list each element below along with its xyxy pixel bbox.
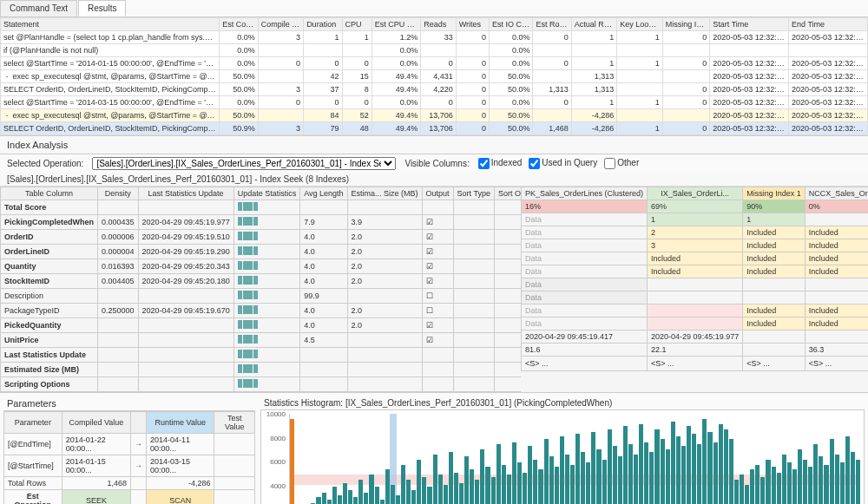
bar-chart-icon[interactable] bbox=[238, 217, 259, 226]
col-header[interactable]: End Time bbox=[789, 18, 868, 31]
index-subheader: [Sales].[OrderLines].[IX_Sales_OrderLine… bbox=[0, 173, 868, 187]
parameters-pane: Parameters ParameterCompiled ValueRuntim… bbox=[3, 396, 255, 504]
param-row[interactable]: [@StartTime]2014-01-15 00:00...→2014-03-… bbox=[4, 455, 255, 477]
col-header[interactable]: Estima... Size (MB) bbox=[347, 187, 422, 200]
index-score-row[interactable]: Data bbox=[522, 291, 869, 304]
bar-chart-icon[interactable] bbox=[238, 379, 259, 388]
col-header[interactable]: Duration bbox=[304, 18, 342, 31]
index-row[interactable]: Total Score bbox=[1, 200, 522, 215]
col-header[interactable]: Est Rows bbox=[533, 18, 571, 31]
statement-row[interactable]: select @StartTime = '2014-01-15 00:00:00… bbox=[1, 57, 868, 70]
cb-indexed[interactable]: Indexed bbox=[478, 158, 523, 169]
cb-used-in-query[interactable]: Used in Query bbox=[529, 158, 597, 169]
index-row[interactable]: PickedQuantity4.02.0☑ bbox=[1, 318, 522, 333]
col-header[interactable]: Last Statistics Update bbox=[138, 187, 233, 200]
col-header[interactable]: Reads bbox=[421, 18, 456, 31]
index-score-row[interactable]: DataIncludedIncluded bbox=[522, 317, 869, 331]
index-analysis-header: Index Analysis bbox=[0, 135, 868, 154]
col-header[interactable]: Compile Time bbox=[258, 18, 303, 31]
index-right-grid[interactable]: PK_Sales_OrderLines (Clustered)IX_Sales_… bbox=[521, 187, 868, 371]
bar-chart-icon[interactable] bbox=[238, 202, 259, 211]
index-score-row[interactable]: DataIncludedIncludedIncludedIncluded bbox=[522, 304, 869, 317]
bar-chart-icon[interactable] bbox=[238, 276, 259, 285]
col-header[interactable]: Est IO Cost % bbox=[490, 18, 533, 31]
param-row[interactable]: [@EndTime]2014-01-22 00:00...→2014-04-11… bbox=[4, 434, 255, 455]
index-row[interactable]: OrderID0.0000062020-04-29 09:45:19.5104.… bbox=[1, 230, 522, 245]
parameters-title: Parameters bbox=[3, 396, 255, 411]
index-row[interactable]: Quantity0.0163932020-04-29 09:45:20.3434… bbox=[1, 259, 522, 274]
index-row[interactable]: UnitPrice4.5☑ bbox=[1, 333, 522, 348]
statement-row[interactable]: select @StartTime = '2014-03-15 00:00:00… bbox=[1, 96, 868, 109]
param-col[interactable] bbox=[131, 412, 147, 434]
col-header[interactable]: Actual Rows bbox=[571, 18, 616, 31]
col-header[interactable]: Avg Length bbox=[300, 187, 347, 200]
bar-chart-icon[interactable] bbox=[238, 364, 259, 373]
col-header[interactable]: Sort Order bbox=[494, 187, 521, 200]
col-header[interactable]: Start Time bbox=[710, 18, 789, 31]
tab-results[interactable]: Results bbox=[78, 0, 126, 16]
bar-chart-icon[interactable] bbox=[238, 335, 259, 344]
col-header[interactable]: Writes bbox=[456, 18, 489, 31]
statement-row[interactable]: - exec sp_executesql @stmt, @params, @St… bbox=[1, 70, 868, 83]
index-row[interactable]: Estimated Size (MB) bbox=[1, 363, 522, 377]
bar-chart-icon[interactable] bbox=[238, 291, 259, 299]
selected-operation-row: Selected Operation: [Sales].[OrderLines]… bbox=[0, 154, 868, 173]
histogram-chart[interactable]: 1000080006000400020000 bbox=[260, 409, 865, 504]
col-header[interactable]: Sort Type bbox=[453, 187, 494, 200]
tab-command-text[interactable]: Command Text bbox=[0, 0, 77, 16]
index-score-row[interactable]: Data3IncludedIncludedIncludedIncluded bbox=[522, 239, 869, 252]
index-col-header[interactable]: NCCX_Sales_OrderLines (Columnstore) bbox=[805, 187, 868, 200]
index-score-row[interactable]: 16%69%90%0%59%37% bbox=[522, 200, 869, 213]
param-col[interactable]: Compiled Value bbox=[62, 412, 130, 434]
index-row[interactable]: Last Statistics Update bbox=[1, 348, 522, 363]
index-score-row[interactable]: 81.622.136.320.811.8 bbox=[522, 344, 869, 357]
col-header[interactable]: Statement bbox=[1, 18, 220, 31]
statement-row[interactable]: SELECT OrderID, OrderLineID, StockItemID… bbox=[1, 122, 868, 135]
col-header[interactable]: Est Cost % bbox=[220, 18, 258, 31]
parameters-grid[interactable]: ParameterCompiled ValueRuntime ValueTest… bbox=[3, 411, 255, 504]
index-row[interactable]: StockItemID0.0044052020-04-29 09:45:20.1… bbox=[1, 274, 522, 289]
col-header[interactable]: Density bbox=[98, 187, 139, 200]
param-col[interactable]: Runtime Value bbox=[147, 412, 214, 434]
index-col-header[interactable]: PK_Sales_OrderLines (Clustered) bbox=[522, 187, 648, 200]
param-col[interactable]: Test Value bbox=[214, 412, 255, 434]
bar-chart-icon[interactable] bbox=[238, 232, 259, 240]
col-header[interactable]: CPU bbox=[342, 18, 372, 31]
bar-chart-icon[interactable] bbox=[238, 246, 259, 255]
index-left-grid[interactable]: Table ColumnDensityLast Statistics Updat… bbox=[0, 187, 521, 392]
statement-row[interactable]: SELECT OrderID, OrderLineID, StockItemID… bbox=[1, 83, 868, 96]
index-row[interactable]: Scripting Options bbox=[1, 377, 522, 392]
statement-grid[interactable]: StatementEst Cost %Compile TimeDurationC… bbox=[0, 17, 868, 135]
index-score-row[interactable]: <S> ...<S> ...<S> ...<S> ...<S> ...<S> .… bbox=[522, 357, 869, 371]
index-row[interactable]: PackageTypeID0.2500002020-04-29 09:45:19… bbox=[1, 304, 522, 318]
bar-chart-icon[interactable] bbox=[238, 305, 259, 314]
index-row[interactable]: PickingCompletedWhen0.0004352020-04-29 0… bbox=[1, 215, 522, 230]
col-header[interactable]: Missing Ind... bbox=[662, 18, 709, 31]
bar-chart-icon[interactable] bbox=[238, 261, 259, 270]
index-grid: Table ColumnDensityLast Statistics Updat… bbox=[0, 187, 868, 392]
bar-chart-icon[interactable] bbox=[238, 320, 259, 329]
statement-row[interactable]: set @PlanHandle = (select top 1 cp.plan_… bbox=[1, 31, 868, 44]
col-header[interactable]: Update Statistics bbox=[233, 187, 300, 200]
index-col-header[interactable]: IX_Sales_OrderLi... bbox=[648, 187, 743, 200]
col-header[interactable]: Output bbox=[422, 187, 453, 200]
bar-chart-icon[interactable] bbox=[238, 350, 259, 358]
index-row[interactable]: OrderLineID0.0000042020-04-29 09:45:19.2… bbox=[1, 245, 522, 259]
param-col[interactable]: Parameter bbox=[4, 412, 62, 434]
statement-row[interactable]: - exec sp_executesql @stmt, @params, @St… bbox=[1, 109, 868, 122]
index-col-header[interactable]: Missing Index 1 bbox=[743, 187, 806, 200]
statement-row[interactable]: if (@PlanHandle is not null)0.0%0.0%0.0% bbox=[1, 44, 868, 57]
index-score-row[interactable]: 2020-04-29 09:45:19.4172020-04-29 09:45:… bbox=[522, 331, 869, 344]
index-score-row[interactable]: Data112 bbox=[522, 213, 869, 226]
selected-operation-label: Selected Operation: bbox=[7, 159, 83, 168]
index-score-row[interactable]: DataIncludedIncludedIncluded bbox=[522, 252, 869, 265]
col-header[interactable]: Table Column bbox=[1, 187, 98, 200]
cb-other[interactable]: Other bbox=[604, 158, 639, 169]
selected-operation-dropdown[interactable]: [Sales].[OrderLines].[IX_Sales_OrderLine… bbox=[92, 157, 396, 170]
index-score-row[interactable]: DataIncludedIncludedIncluded11 bbox=[522, 265, 869, 278]
index-score-row[interactable]: Data2IncludedIncludedIncluded bbox=[522, 226, 869, 239]
index-score-row[interactable]: DataIncluded bbox=[522, 278, 869, 291]
col-header[interactable]: Key Lookups bbox=[617, 18, 662, 31]
col-header[interactable]: Est CPU Cost % bbox=[372, 18, 421, 31]
index-row[interactable]: Description99.9☐ bbox=[1, 289, 522, 304]
